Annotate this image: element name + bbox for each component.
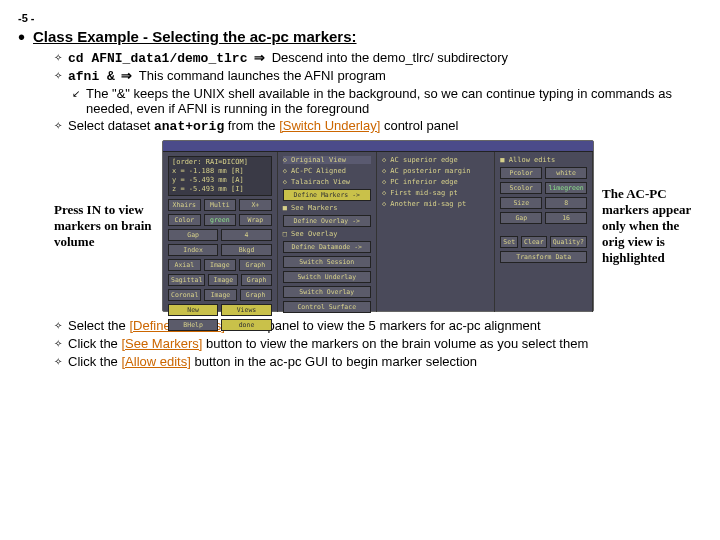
afni-command: afni & xyxy=(68,69,115,84)
graph-btn[interactable]: Graph xyxy=(240,289,272,301)
arrow-icon: ↙ xyxy=(72,86,80,116)
quality-btn[interactable]: Quality? xyxy=(550,236,587,248)
acpc-view-radio[interactable]: ◇ AC-PC Aligned xyxy=(283,167,371,175)
coord-y: y = -5.493 mm [A] xyxy=(172,176,268,185)
panel-edit: ■ Allow edits Pcolorwhite Scolorlimegree… xyxy=(495,152,593,312)
tlrc-view-radio[interactable]: ◇ Talairach View xyxy=(283,178,371,186)
diamond-icon: ✧ xyxy=(54,118,62,134)
titlebar xyxy=(163,141,593,152)
b1-post: control panel to view the 5 markers for … xyxy=(225,318,541,333)
set-btn[interactable]: Set xyxy=(500,236,518,248)
amp-note-text: The "&" keeps the UNIX shell available i… xyxy=(86,86,702,116)
panel-markers: ◇ AC superior edge ◇ AC posterior margin… xyxy=(377,152,495,312)
color-btn[interactable]: Color xyxy=(168,214,201,226)
diamond-icon: ✧ xyxy=(54,354,62,370)
pcolor-val[interactable]: white xyxy=(545,167,587,179)
bullet-allow-edits: ✧ Click the [Allow edits] button in the … xyxy=(54,354,702,370)
gap2-btn[interactable]: Gap xyxy=(500,212,542,224)
pcolor-btn[interactable]: Pcolor xyxy=(500,167,542,179)
cd-description: Descend into the demo_tlrc/ subdirectory xyxy=(272,50,508,65)
index-btn[interactable]: Index xyxy=(168,244,218,256)
first-midsag-radio[interactable]: ◇ First mid-sag pt xyxy=(382,189,489,197)
ac-superior-radio[interactable]: ◇ AC superior edge xyxy=(382,156,489,164)
afni-screenshot: [order: RAI=DICOM] x = -1.188 mm [R] y =… xyxy=(162,140,594,312)
coronal-btn[interactable]: Coronal xyxy=(168,289,201,301)
bullet-dot: • xyxy=(18,28,25,46)
panel-coords: [order: RAI=DICOM] x = -1.188 mm [R] y =… xyxy=(163,152,278,312)
bhelp-btn[interactable]: BHelp xyxy=(168,319,218,331)
axial-btn[interactable]: Axial xyxy=(168,259,201,271)
diamond-icon: ✧ xyxy=(54,318,62,334)
select-pre: Select dataset xyxy=(68,118,154,133)
wrap-btn[interactable]: Wrap xyxy=(239,214,272,226)
bullet-afni: ✧ afni & ⇒ This command launches the AFN… xyxy=(54,68,702,84)
size-btn[interactable]: Size xyxy=(500,197,542,209)
sagittal-btn[interactable]: Sagittal xyxy=(168,274,205,286)
allow-edits-toggle[interactable]: ■ Allow edits xyxy=(500,156,587,164)
switch-underlay-btn[interactable]: Switch Underlay xyxy=(283,271,371,283)
diamond-icon: ✧ xyxy=(54,68,62,84)
graph-btn[interactable]: Graph xyxy=(239,259,272,271)
define-datamode-btn[interactable]: Define Datamode -> xyxy=(283,241,371,253)
control-surface-btn[interactable]: Control Surface xyxy=(283,301,371,313)
diamond-icon: ✧ xyxy=(54,50,62,66)
gap-btn[interactable]: Gap xyxy=(168,229,218,241)
define-markers-btn[interactable]: Define Markers -> xyxy=(283,189,371,201)
see-markers-toggle[interactable]: ■ See Markers xyxy=(283,204,371,212)
coord-box: [order: RAI=DICOM] x = -1.188 mm [R] y =… xyxy=(168,156,272,196)
page-number: -5 - xyxy=(18,12,702,24)
bullet-define-markers: ✧ Select the [Define Markers]control pan… xyxy=(54,318,702,334)
panel-views: ◇ Original View ◇ AC-PC Aligned ◇ Talair… xyxy=(278,152,377,312)
image-btn[interactable]: Image xyxy=(208,274,238,286)
graph-btn[interactable]: Graph xyxy=(241,274,271,286)
scolor-val[interactable]: limegreen xyxy=(545,182,587,194)
switch-session-btn[interactable]: Switch Session xyxy=(283,256,371,268)
b3-post: button in the ac-pc GUI to begin marker … xyxy=(191,354,477,369)
image-btn[interactable]: Image xyxy=(204,259,237,271)
pc-inferior-radio[interactable]: ◇ PC inferior edge xyxy=(382,178,489,186)
another-midsag-radio[interactable]: ◇ Another mid-sag pt xyxy=(382,200,489,208)
coord-z: z = -5.493 mm [I] xyxy=(172,185,268,194)
afni-description: This command launches the AFNI program xyxy=(139,68,386,83)
diamond-icon: ✧ xyxy=(54,336,62,352)
xhairs-btn[interactable]: Xhairs xyxy=(168,199,201,211)
bullet-select-dataset: ✧ Select dataset anat+orig from the [Swi… xyxy=(54,118,702,134)
multi-btn[interactable]: Multi xyxy=(204,199,237,211)
select-post: control panel xyxy=(380,118,458,133)
b1-pre: Select the xyxy=(68,318,129,333)
b2-post: button to view the markers on the brain … xyxy=(202,336,588,351)
section-title: Class Example - Selecting the ac-pc mark… xyxy=(33,28,356,46)
order-label: [order: RAI=DICOM] xyxy=(172,158,268,167)
allow-edits-link: [Allow edits] xyxy=(121,354,190,369)
bullet-see-markers: ✧ Click the [See Markers] button to view… xyxy=(54,336,702,352)
views-btn[interactable]: Views xyxy=(221,304,271,316)
switch-overlay-btn[interactable]: Switch Overlay xyxy=(283,286,371,298)
done-btn[interactable]: done xyxy=(221,319,271,331)
coord-x: x = -1.188 mm [R] xyxy=(172,167,268,176)
image-btn[interactable]: Image xyxy=(204,289,236,301)
see-overlay-toggle[interactable]: □ See Overlay xyxy=(283,230,371,238)
bullet-cd: ✧ cd AFNI_data1/demo_tlrc ⇒ Descend into… xyxy=(54,50,702,66)
clear-btn[interactable]: Clear xyxy=(521,236,547,248)
switch-underlay-link: [Switch Underlay] xyxy=(279,118,380,133)
b2-pre: Click the xyxy=(68,336,121,351)
caption-right: The AC-PC markers appear only when the o… xyxy=(602,186,702,266)
scolor-btn[interactable]: Scolor xyxy=(500,182,542,194)
gap-val[interactable]: 4 xyxy=(221,229,271,241)
xplus-btn[interactable]: X+ xyxy=(239,199,272,211)
dataset-name: anat+orig xyxy=(154,119,224,134)
size-val[interactable]: 8 xyxy=(545,197,587,209)
bkgd-btn[interactable]: Bkgd xyxy=(221,244,271,256)
gap2-val[interactable]: 16 xyxy=(545,212,587,224)
caption-left: Press IN to view markers on brain volume xyxy=(54,202,154,250)
cd-command: cd AFNI_data1/demo_tlrc xyxy=(68,51,247,66)
define-overlay-btn[interactable]: Define Overlay -> xyxy=(283,215,371,227)
transform-btn[interactable]: Transform Data xyxy=(500,251,587,263)
ac-posterior-radio[interactable]: ◇ AC posterior margin xyxy=(382,167,489,175)
see-markers-link: [See Markers] xyxy=(121,336,202,351)
green-val[interactable]: green xyxy=(204,214,237,226)
new-btn[interactable]: New xyxy=(168,304,218,316)
b3-pre: Click the xyxy=(68,354,121,369)
bullet-ampersand-note: ↙ The "&" keeps the UNIX shell available… xyxy=(72,86,702,116)
orig-view-radio[interactable]: ◇ Original View xyxy=(283,156,371,164)
